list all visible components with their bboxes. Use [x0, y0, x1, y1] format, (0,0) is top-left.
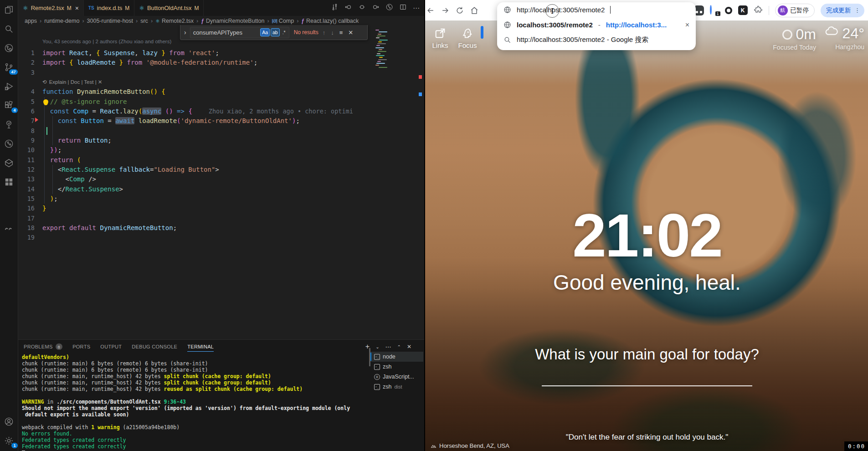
- extensions-icon[interactable]: 4: [3, 99, 15, 111]
- panel-more-icon[interactable]: ⋯: [385, 343, 391, 350]
- update-label: 完成更新: [826, 6, 851, 15]
- find-in-selection-icon[interactable]: ≡: [338, 29, 344, 36]
- panel-tab-ports[interactable]: PORTS: [72, 340, 90, 354]
- url-input-row[interactable]: http://localhost:3005/remote2: [497, 2, 696, 17]
- weather-widget[interactable]: 24° Hangzhou: [824, 24, 864, 51]
- minimap[interactable]: [375, 30, 392, 70]
- terminal-session[interactable]: ʘJavaScript...: [370, 372, 423, 382]
- circle-extension-icon[interactable]: [725, 7, 732, 14]
- panel-tab-output[interactable]: OUTPUT: [100, 340, 122, 354]
- more-actions-icon[interactable]: ⋯: [413, 4, 420, 12]
- photo-location[interactable]: Horseshoe Bend, AZ, USA: [431, 442, 509, 449]
- find-collapse-icon[interactable]: ›: [183, 29, 187, 36]
- nav-forward-icon[interactable]: [372, 3, 380, 13]
- grid-icon[interactable]: [3, 176, 15, 188]
- goal-input-line[interactable]: [542, 385, 752, 386]
- panel-maximize-icon[interactable]: ⌃: [397, 344, 401, 349]
- links-widget[interactable]: Links: [426, 27, 454, 49]
- indent-guide: [44, 136, 45, 145]
- url-input-text: http://localhost:3005/remote2: [517, 6, 605, 14]
- terminal-session[interactable]: ›_zsh: [370, 362, 423, 372]
- editor-tab[interactable]: ⚛Remote2.tsxM×: [18, 0, 84, 16]
- terminal-output[interactable]: defaultVendors)chunk (runtime: main) 6 b…: [22, 354, 368, 451]
- find-close-icon[interactable]: ✕: [347, 29, 354, 36]
- terminal-session[interactable]: ›_node: [370, 352, 423, 362]
- panel-close-icon[interactable]: ✕: [407, 343, 411, 350]
- git-graph-icon[interactable]: [3, 138, 15, 149]
- forward-icon[interactable]: [441, 6, 450, 15]
- chip-menu-icon[interactable]: ⋮: [854, 7, 861, 14]
- breadcrumb-item[interactable]: src: [140, 18, 148, 24]
- code-editor[interactable]: You, 43 seconds ago | 2 authors (Zhou xi…: [18, 26, 424, 339]
- line-number: 1: [18, 48, 35, 58]
- breadcrumb-item[interactable]: ⚛Remote2.tsx: [155, 18, 194, 24]
- source-control-icon[interactable]: 47: [3, 61, 15, 73]
- indent-guide: [52, 165, 53, 174]
- suggestion-url: http://localhost:3...: [606, 21, 667, 29]
- token: ;: [173, 224, 177, 231]
- whole-word-toggle[interactable]: ab: [271, 28, 280, 36]
- paused-chip[interactable]: 航 已暂停: [775, 4, 815, 17]
- suggestion-history-row[interactable]: localhost:3005/remote2 - http://localhos…: [497, 17, 696, 32]
- settings-badge: 1: [11, 443, 17, 448]
- code-line: 19: [18, 233, 424, 242]
- back-icon[interactable]: [426, 6, 435, 15]
- account-icon[interactable]: [3, 415, 15, 427]
- find-widget: › consumeAPITypes Aa ab .* No results ↑ …: [180, 25, 368, 40]
- settings-gear-icon[interactable]: 1: [3, 435, 15, 446]
- breadcrumb-separator: ›: [267, 18, 269, 24]
- panel-tab-problems[interactable]: PROBLEMS8: [24, 340, 62, 354]
- token: React: [69, 49, 88, 56]
- focus-widget[interactable]: Focus: [453, 27, 482, 49]
- tab-close-icon[interactable]: ×: [75, 5, 79, 12]
- container-tools-icon[interactable]: [3, 157, 15, 169]
- run-debug-icon[interactable]: [3, 80, 15, 92]
- nav-back-icon[interactable]: [344, 3, 352, 13]
- find-prev-icon[interactable]: ↑: [321, 29, 327, 36]
- find-next-icon[interactable]: ↓: [329, 29, 335, 36]
- reload-icon[interactable]: [455, 6, 464, 15]
- git-graph-circle-icon[interactable]: [385, 3, 393, 13]
- minimap-line: [379, 40, 388, 41]
- terminal-session[interactable]: ›_zshdist: [370, 382, 423, 392]
- focused-today-widget[interactable]: 0m Focused Today: [773, 26, 816, 51]
- todo-tree-icon[interactable]: [3, 118, 15, 130]
- suggestion-search-row[interactable]: http://localhost:3005/remote2 - Google 搜…: [497, 32, 696, 47]
- editor-tab[interactable]: TSindex.d.tsM: [84, 0, 134, 16]
- breadcrumb-label: 3005-runtime-host: [87, 18, 133, 24]
- waves-icon[interactable]: [3, 223, 15, 235]
- match-case-toggle[interactable]: Aa: [260, 28, 270, 36]
- breadcrumb-item[interactable]: runtime-demo: [44, 18, 79, 24]
- regex-toggle[interactable]: .*: [281, 28, 288, 36]
- codelens-row[interactable]: ⟲Explain | Doc | Test | ✕: [18, 77, 424, 87]
- lightbulb-icon[interactable]: [43, 99, 48, 104]
- panel-tab-terminal[interactable]: TERMINAL: [187, 340, 214, 354]
- editor-tab[interactable]: ⚛ButtonOldAnt.tsxM: [134, 0, 204, 16]
- token: from: [127, 59, 142, 66]
- extensions-puzzle-icon[interactable]: [754, 5, 763, 16]
- explorer-icon[interactable]: [3, 4, 15, 15]
- remote-explorer-icon[interactable]: [3, 42, 15, 54]
- translate-extension-icon[interactable]: 1: [710, 6, 719, 15]
- terminal-line: defaultVendors): [22, 354, 368, 360]
- panel-tab-debug-console[interactable]: DEBUG CONSOLE: [132, 340, 177, 354]
- token: '@module-federation/runtime': [146, 59, 254, 66]
- code-line: 3: [18, 68, 424, 77]
- nav-dot-icon[interactable]: [358, 3, 366, 13]
- breadcrumb-item[interactable]: apps: [25, 18, 37, 24]
- remove-suggestion-icon[interactable]: ×: [685, 21, 689, 29]
- home-icon[interactable]: [470, 6, 479, 15]
- update-chip[interactable]: 完成更新 ⋮: [821, 4, 864, 17]
- split-editor-icon[interactable]: [399, 3, 407, 13]
- kagi-extension-icon[interactable]: K: [738, 5, 748, 15]
- terminal-dropdown-icon[interactable]: ⌄: [375, 344, 379, 349]
- breadcrumb-item[interactable]: [@]Comp: [272, 18, 294, 24]
- search-icon[interactable]: [3, 23, 15, 35]
- breadcrumb-item[interactable]: ƒDynamicRemoteButton: [201, 18, 264, 24]
- compare-changes-icon[interactable]: [331, 3, 339, 13]
- breadcrumb-item[interactable]: 3005-runtime-host: [87, 18, 133, 24]
- breadcrumb-item[interactable]: ƒReact.lazy() callback: [301, 18, 359, 24]
- find-input[interactable]: consumeAPITypes Aa ab .*: [190, 27, 289, 38]
- debug-session-icon: ʘ: [374, 374, 380, 380]
- terminal-text: Federated types created correctly: [22, 437, 126, 443]
